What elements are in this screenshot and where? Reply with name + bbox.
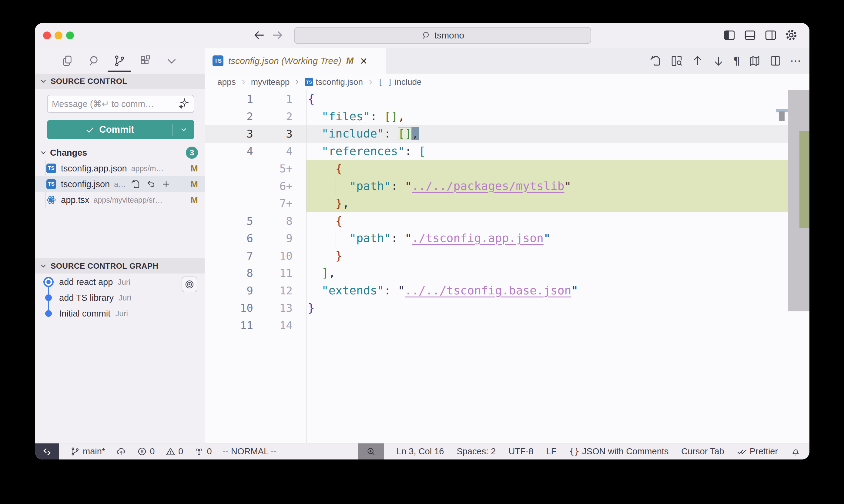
sparkle-ai-icon[interactable]: [178, 98, 189, 110]
status-item-label: LF: [546, 447, 556, 456]
commit-dropdown-button[interactable]: [173, 125, 194, 134]
toggle-secondary-sidebar-icon[interactable]: [764, 29, 777, 42]
toggle-whitespace-icon[interactable]: ¶: [733, 55, 740, 66]
encoding[interactable]: UTF-8: [509, 444, 533, 460]
changed-file-row[interactable]: TStsconfig.app.jsonapps/m…M: [35, 161, 205, 176]
explorer-icon[interactable]: [61, 55, 74, 67]
double-check-icon: [737, 447, 747, 456]
status-item-label: Spaces: 2: [457, 447, 496, 456]
file-name: app.tsx: [61, 195, 89, 205]
warnings-indicator[interactable]: 0: [166, 444, 183, 460]
diff-line[interactable]: 6+ "path": "../../packages/mytslib": [205, 178, 809, 195]
navigate-back-icon[interactable]: [253, 29, 266, 42]
settings-gear-icon[interactable]: [785, 29, 798, 42]
source-control-view-icon[interactable]: [113, 55, 126, 67]
typescript-file-icon: TS: [46, 179, 57, 190]
sync-button[interactable]: [116, 444, 126, 460]
cursor-position[interactable]: Ln 3, Col 16: [397, 444, 444, 460]
open-changes-view-icon[interactable]: [670, 55, 683, 67]
map-icon[interactable]: [748, 55, 761, 67]
breadcrumb-item[interactable]: [ ]include: [378, 77, 422, 87]
maximize-window-button[interactable]: [66, 32, 74, 39]
commit-row[interactable]: add TS libraryJuri: [35, 290, 205, 306]
modified-line-number: 9: [255, 230, 293, 247]
remote-indicator[interactable]: [35, 444, 59, 460]
goto-current-commit-button[interactable]: [182, 276, 197, 292]
diff-line[interactable]: 710 }: [205, 247, 809, 265]
commit-dot-icon: [45, 310, 52, 317]
diff-line[interactable]: 11{: [205, 90, 809, 108]
minimize-window-button[interactable]: [55, 32, 63, 39]
commit-button-label: Commit: [99, 124, 134, 135]
breadcrumb-item[interactable]: myviteapp: [251, 77, 290, 87]
more-views-chevron-icon[interactable]: [165, 55, 178, 67]
ports-indicator[interactable]: 0: [194, 444, 212, 460]
search-view-icon[interactable]: [87, 55, 100, 67]
previous-change-icon[interactable]: [691, 55, 704, 67]
language-mode[interactable]: {}JSON with Comments: [569, 444, 669, 460]
diff-line[interactable]: 44 "references": [: [205, 143, 809, 160]
next-change-icon[interactable]: [712, 55, 725, 67]
eol[interactable]: LF: [546, 444, 556, 460]
plus-icon[interactable]: [161, 179, 171, 189]
diff-line[interactable]: 33 "include": [],: [205, 125, 809, 143]
changes-section-header[interactable]: Changes 3: [35, 145, 205, 161]
toggle-primary-sidebar-icon[interactable]: [723, 29, 736, 42]
diff-line[interactable]: 811 ],: [205, 265, 809, 282]
commit-message-input[interactable]: Message (⌘↵ to comm…: [47, 95, 194, 113]
source-control-graph-header[interactable]: SOURCE CONTROL GRAPH: [35, 258, 205, 273]
formatter[interactable]: Prettier: [737, 444, 778, 460]
errors-indicator[interactable]: 0: [137, 444, 155, 460]
diff-editor[interactable]: 11{22 "files": [],33 "include": [],44 "r…: [205, 90, 809, 443]
chevron-down-icon: [39, 262, 48, 270]
cursor-tab[interactable]: Cursor Tab: [681, 444, 724, 460]
diff-line[interactable]: 22 "files": [],: [205, 108, 809, 125]
sidebar: SOURCE CONTROL Message (⌘↵ to comm… Comm…: [35, 48, 205, 443]
more-actions-icon[interactable]: ⋯: [790, 55, 801, 66]
diff-line[interactable]: 1114: [205, 317, 809, 335]
search-value: tsmono: [434, 30, 464, 41]
commit-dot-icon: [45, 294, 52, 301]
code-text: {: [308, 212, 342, 230]
diff-line[interactable]: 69 "path": "./tsconfig.app.json": [205, 230, 809, 247]
navigate-forward-icon[interactable]: [271, 29, 284, 42]
commit-row[interactable]: Initial commitJuri: [35, 306, 205, 321]
modified-line-number: 13: [255, 299, 293, 317]
file-actions: [131, 179, 171, 189]
extensions-icon[interactable]: [139, 55, 152, 67]
source-control-section-header[interactable]: SOURCE CONTROL: [35, 74, 205, 89]
commit-button[interactable]: Commit: [47, 120, 194, 139]
tab-tsconfig-working-tree[interactable]: TS tsconfig.json (Working Tree) M ×: [205, 48, 385, 74]
notifications[interactable]: [791, 444, 800, 460]
split-editor-icon[interactable]: [769, 55, 782, 67]
vim-mode-indicator[interactable]: -- NORMAL --: [223, 444, 277, 460]
open-file-icon[interactable]: [649, 55, 662, 67]
indentation[interactable]: Spaces: 2: [457, 444, 496, 460]
code-text: {: [308, 160, 342, 178]
diff-line[interactable]: 912 "extends": "../../tsconfig.base.json…: [205, 282, 809, 300]
diff-line[interactable]: 5+ {: [205, 160, 809, 178]
diff-line[interactable]: 7+ },: [205, 195, 809, 212]
close-window-button[interactable]: [43, 32, 51, 39]
commit-row[interactable]: add react appJuri: [35, 274, 205, 290]
zoom-in-icon: [366, 447, 376, 456]
zoom-indicator[interactable]: [358, 444, 384, 460]
original-line-number: [205, 195, 253, 212]
goto-file-icon[interactable]: [131, 179, 141, 189]
original-line-number: 5: [205, 212, 253, 230]
breadcrumb-item[interactable]: apps: [217, 77, 236, 87]
breadcrumb-separator-icon: [240, 79, 247, 85]
branch-indicator[interactable]: main*: [70, 444, 105, 460]
changed-file-row[interactable]: app.tsxapps/myviteapp/sr…M: [35, 192, 205, 208]
changed-file-row[interactable]: TStsconfig.jsona…M: [35, 176, 205, 192]
tab-close-icon[interactable]: ×: [360, 55, 367, 67]
command-center-search[interactable]: tsmono: [294, 27, 591, 44]
typescript-file-icon: TS: [46, 163, 57, 174]
bell-icon: [791, 447, 800, 456]
toggle-panel-icon[interactable]: [743, 29, 757, 42]
diff-line[interactable]: 58 {: [205, 212, 809, 230]
diff-line[interactable]: 1013}: [205, 299, 809, 317]
breadcrumb-item[interactable]: TStsconfig.json: [305, 77, 363, 87]
discard-icon[interactable]: [146, 179, 156, 189]
check-icon: [85, 125, 95, 134]
